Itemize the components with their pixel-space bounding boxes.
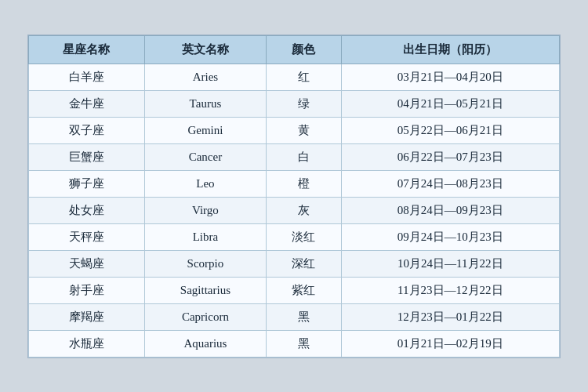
table-row: 水瓶座Aquarius黑01月21日—02月19日 bbox=[29, 330, 560, 357]
cell-chinese-name: 天秤座 bbox=[29, 223, 145, 250]
cell-english-name: Libra bbox=[144, 223, 266, 250]
cell-dates: 09月24日—10月23日 bbox=[341, 223, 559, 250]
header-dates: 出生日期（阳历） bbox=[341, 35, 559, 64]
table-row: 天蝎座Scorpio深红10月24日—11月22日 bbox=[29, 250, 560, 277]
table-row: 摩羯座Capricorn黑12月23日—01月22日 bbox=[29, 303, 560, 330]
cell-chinese-name: 双子座 bbox=[29, 117, 145, 143]
cell-english-name: Aries bbox=[144, 64, 266, 90]
header-chinese-name: 星座名称 bbox=[29, 35, 145, 64]
cell-english-name: Sagittarius bbox=[144, 277, 266, 303]
cell-color: 黑 bbox=[266, 303, 341, 330]
cell-chinese-name: 射手座 bbox=[29, 277, 145, 303]
cell-dates: 08月24日—09月23日 bbox=[341, 197, 559, 223]
table-row: 巨蟹座Cancer白06月22日—07月23日 bbox=[29, 143, 560, 170]
header-color: 颜色 bbox=[266, 35, 341, 64]
table-row: 处女座Virgo灰08月24日—09月23日 bbox=[29, 197, 560, 223]
table-row: 双子座Gemini黄05月22日—06月21日 bbox=[29, 117, 560, 143]
cell-color: 绿 bbox=[266, 90, 341, 117]
cell-english-name: Virgo bbox=[144, 197, 266, 223]
cell-color: 黄 bbox=[266, 117, 341, 143]
cell-color: 紫红 bbox=[266, 277, 341, 303]
cell-dates: 05月22日—06月21日 bbox=[341, 117, 559, 143]
cell-chinese-name: 天蝎座 bbox=[29, 250, 145, 277]
cell-chinese-name: 狮子座 bbox=[29, 170, 145, 197]
table-row: 狮子座Leo橙07月24日—08月23日 bbox=[29, 170, 560, 197]
cell-color: 橙 bbox=[266, 170, 341, 197]
table-row: 白羊座Aries红03月21日—04月20日 bbox=[29, 64, 560, 90]
cell-dates: 06月22日—07月23日 bbox=[341, 143, 559, 170]
table-body: 白羊座Aries红03月21日—04月20日金牛座Taurus绿04月21日—0… bbox=[29, 64, 560, 357]
cell-english-name: Aquarius bbox=[144, 330, 266, 357]
cell-dates: 11月23日—12月22日 bbox=[341, 277, 559, 303]
cell-english-name: Capricorn bbox=[144, 303, 266, 330]
table-row: 天秤座Libra淡红09月24日—10月23日 bbox=[29, 223, 560, 250]
cell-dates: 12月23日—01月22日 bbox=[341, 303, 559, 330]
cell-english-name: Scorpio bbox=[144, 250, 266, 277]
cell-english-name: Cancer bbox=[144, 143, 266, 170]
cell-chinese-name: 白羊座 bbox=[29, 64, 145, 90]
zodiac-table: 星座名称 英文名称 颜色 出生日期（阳历） 白羊座Aries红03月21日—04… bbox=[28, 35, 560, 358]
cell-chinese-name: 水瓶座 bbox=[29, 330, 145, 357]
cell-dates: 04月21日—05月21日 bbox=[341, 90, 559, 117]
cell-color: 黑 bbox=[266, 330, 341, 357]
cell-dates: 10月24日—11月22日 bbox=[341, 250, 559, 277]
table-row: 射手座Sagittarius紫红11月23日—12月22日 bbox=[29, 277, 560, 303]
cell-english-name: Gemini bbox=[144, 117, 266, 143]
header-english-name: 英文名称 bbox=[144, 35, 266, 64]
cell-dates: 01月21日—02月19日 bbox=[341, 330, 559, 357]
cell-chinese-name: 巨蟹座 bbox=[29, 143, 145, 170]
cell-color: 红 bbox=[266, 64, 341, 90]
cell-color: 淡红 bbox=[266, 223, 341, 250]
cell-english-name: Leo bbox=[144, 170, 266, 197]
cell-chinese-name: 金牛座 bbox=[29, 90, 145, 117]
zodiac-table-container: 星座名称 英文名称 颜色 出生日期（阳历） 白羊座Aries红03月21日—04… bbox=[27, 34, 561, 358]
table-row: 金牛座Taurus绿04月21日—05月21日 bbox=[29, 90, 560, 117]
cell-color: 灰 bbox=[266, 197, 341, 223]
cell-dates: 03月21日—04月20日 bbox=[341, 64, 559, 90]
table-header-row: 星座名称 英文名称 颜色 出生日期（阳历） bbox=[29, 35, 560, 64]
cell-english-name: Taurus bbox=[144, 90, 266, 117]
cell-color: 白 bbox=[266, 143, 341, 170]
cell-dates: 07月24日—08月23日 bbox=[341, 170, 559, 197]
cell-chinese-name: 处女座 bbox=[29, 197, 145, 223]
cell-color: 深红 bbox=[266, 250, 341, 277]
cell-chinese-name: 摩羯座 bbox=[29, 303, 145, 330]
